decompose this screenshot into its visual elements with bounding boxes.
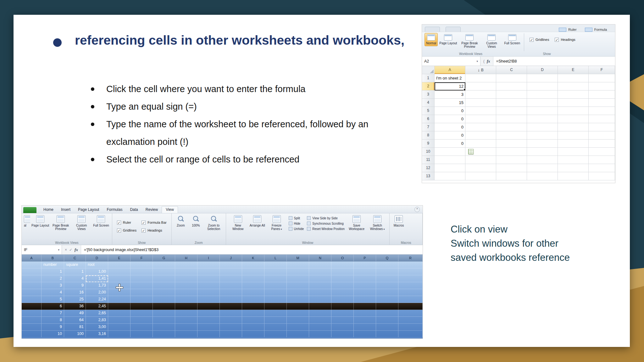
sheet-cell[interactable] bbox=[197, 331, 220, 337]
sheet-cell[interactable]: 1 bbox=[42, 268, 64, 275]
tab-page-layout[interactable]: Page Layout bbox=[74, 206, 103, 213]
row-header-4[interactable]: 4 bbox=[422, 99, 435, 107]
sheet-cell[interactable]: 10 bbox=[42, 331, 64, 337]
row-header-7[interactable]: 7 bbox=[422, 123, 435, 131]
sheet-cell[interactable] bbox=[264, 261, 287, 268]
sheet-cell[interactable]: 49 bbox=[64, 310, 86, 317]
cell-c10[interactable] bbox=[496, 148, 527, 156]
cell-a12[interactable] bbox=[435, 164, 465, 172]
cell-f8[interactable] bbox=[589, 131, 615, 140]
sheet-cell[interactable] bbox=[220, 275, 242, 282]
column-header-e[interactable]: E bbox=[108, 255, 130, 261]
sheet-cell[interactable] bbox=[197, 275, 220, 282]
sheet-cell[interactable] bbox=[376, 296, 398, 303]
sheet-cell[interactable] bbox=[398, 324, 423, 331]
sheet-cell[interactable]: 4 bbox=[42, 289, 64, 296]
formula-input[interactable]: ='[50 background image.xlsx]Sheet1'!$D$3 bbox=[81, 245, 423, 254]
sheet-cell[interactable] bbox=[287, 261, 309, 268]
cell-d8[interactable] bbox=[527, 131, 558, 140]
sheet-cell[interactable] bbox=[130, 289, 153, 296]
sheet-cell[interactable] bbox=[220, 303, 242, 310]
ribbon-button-reset-window-position[interactable]: Reset Window Position bbox=[307, 227, 345, 231]
cell-b2[interactable] bbox=[465, 82, 496, 90]
sheet-cell[interactable] bbox=[175, 317, 197, 324]
cell-a4[interactable]: 15 bbox=[435, 99, 465, 107]
column-header-l[interactable]: L bbox=[264, 255, 287, 261]
column-header-c[interactable]: C bbox=[64, 255, 86, 261]
sheet-cell[interactable] bbox=[153, 282, 175, 289]
cell-e9[interactable] bbox=[558, 140, 589, 148]
column-header-g[interactable]: G bbox=[153, 255, 175, 261]
sheet-cell[interactable] bbox=[287, 317, 309, 324]
sheet-cell[interactable] bbox=[376, 275, 398, 282]
cell-d6[interactable] bbox=[527, 115, 558, 123]
sheet-cell[interactable] bbox=[264, 268, 287, 275]
sheet-cell[interactable] bbox=[398, 317, 423, 324]
view-button-full-screen[interactable]: Full Screen bbox=[502, 33, 522, 46]
tab-data[interactable]: Data bbox=[126, 206, 142, 213]
sheet-cell[interactable] bbox=[287, 331, 309, 337]
cell-c7[interactable] bbox=[496, 123, 527, 131]
cell-c3[interactable] bbox=[496, 90, 527, 99]
sheet-cell[interactable] bbox=[130, 310, 153, 317]
sheet-cell[interactable] bbox=[354, 275, 376, 282]
sheet-cell[interactable] bbox=[175, 261, 197, 268]
tab-insert[interactable]: Insert bbox=[57, 206, 74, 213]
cell-f9[interactable] bbox=[589, 140, 615, 148]
ribbon-button-full-screen[interactable]: Full Screen bbox=[92, 214, 110, 228]
cell-f12[interactable] bbox=[589, 164, 615, 172]
sheet-cell[interactable] bbox=[354, 296, 376, 303]
cell-f3[interactable] bbox=[589, 90, 615, 99]
sheet-cell[interactable] bbox=[376, 289, 398, 296]
row-header-3[interactable]: 3 bbox=[422, 90, 435, 99]
sheet-cell[interactable] bbox=[130, 282, 153, 289]
sheet-cell[interactable] bbox=[331, 324, 354, 331]
sheet-cell[interactable]: root bbox=[86, 261, 108, 268]
sheet-cell[interactable] bbox=[376, 317, 398, 324]
sheet-cell[interactable] bbox=[354, 282, 376, 289]
sheet-cell[interactable] bbox=[309, 261, 331, 268]
sheet-cell[interactable] bbox=[309, 289, 331, 296]
sheet-cell[interactable] bbox=[242, 261, 264, 268]
cell-c4[interactable] bbox=[496, 99, 527, 107]
ribbon-button-freeze-panes[interactable]: Freeze Panes▾ bbox=[266, 214, 287, 232]
sheet-cell[interactable] bbox=[331, 317, 354, 324]
sheet-cell[interactable] bbox=[331, 289, 354, 296]
ribbon-button-unhide[interactable]: Unhide bbox=[289, 227, 304, 231]
sheet-cell[interactable] bbox=[309, 310, 331, 317]
sheet-cell[interactable] bbox=[108, 275, 130, 282]
sheet-cell[interactable] bbox=[108, 324, 130, 331]
sheet-cell[interactable] bbox=[153, 324, 175, 331]
sheet-cell[interactable]: 3,16 bbox=[86, 331, 108, 337]
cell-c1[interactable] bbox=[496, 74, 527, 82]
sheet-cell[interactable] bbox=[220, 317, 242, 324]
cell-f1[interactable] bbox=[589, 74, 615, 82]
sheet-cell[interactable] bbox=[153, 317, 175, 324]
sheet-cell[interactable] bbox=[309, 331, 331, 337]
sheet-cell[interactable]: 25 bbox=[64, 296, 86, 303]
cell-c9[interactable] bbox=[496, 140, 527, 148]
sheet-cell[interactable] bbox=[22, 261, 42, 268]
sheet-cell[interactable] bbox=[398, 289, 423, 296]
column-header-k[interactable]: K bbox=[242, 255, 264, 261]
ribbon-button-zoom-to-selection[interactable]: Zoom to Selection bbox=[203, 214, 224, 232]
cell-a8[interactable]: 0 bbox=[435, 131, 465, 140]
sheet-cell[interactable] bbox=[220, 289, 242, 296]
view-button-normal[interactable]: Normal bbox=[425, 33, 438, 46]
cell-e10[interactable] bbox=[558, 148, 589, 156]
sheet-cell[interactable] bbox=[398, 303, 423, 310]
sheet-cell[interactable] bbox=[22, 303, 42, 310]
sheet-cell[interactable] bbox=[197, 310, 220, 317]
sheet-cell[interactable] bbox=[398, 282, 423, 289]
cell-e7[interactable] bbox=[558, 123, 589, 131]
sheet-cell[interactable] bbox=[153, 268, 175, 275]
enter-icon[interactable]: ✓ bbox=[69, 248, 72, 252]
sheet-cell[interactable] bbox=[22, 324, 42, 331]
sheet-cell[interactable] bbox=[331, 282, 354, 289]
sheet-cell[interactable]: 1 bbox=[64, 268, 86, 275]
cell-e12[interactable] bbox=[558, 164, 589, 172]
sheet-cell[interactable] bbox=[175, 303, 197, 310]
tab-formulas[interactable]: Formulas bbox=[103, 206, 126, 213]
sheet-cell[interactable] bbox=[264, 317, 287, 324]
checkbox-headings[interactable]: ✓Headings bbox=[142, 228, 167, 233]
